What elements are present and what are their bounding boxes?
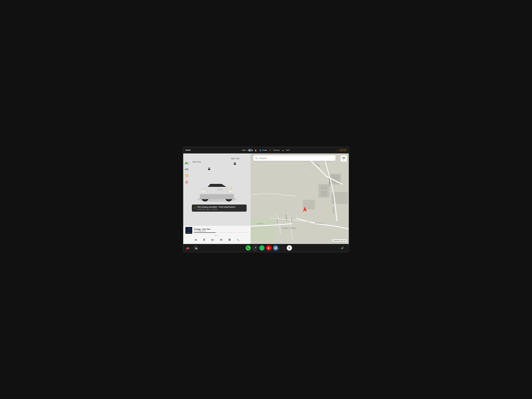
- equalizer-button[interactable]: [227, 237, 232, 242]
- sw57th-label: SW 57th St: [257, 223, 264, 224]
- temp-value: 76: [195, 247, 197, 250]
- music-player: ONE TIME 42 Dugg – One Time ⊙ 42 Dugg St…: [183, 226, 251, 244]
- svg-text:!: !: [187, 175, 187, 176]
- music-progress-fill: [194, 232, 216, 233]
- search-input[interactable]: [259, 157, 334, 159]
- airbag-text: PASSENGERAIRBAG OFF: [339, 149, 347, 152]
- svg-rect-46: [251, 218, 274, 242]
- svg-point-24: [202, 191, 205, 192]
- car-icon: 🚗: [186, 246, 190, 250]
- spotify-icon: ♪: [261, 247, 263, 249]
- temp-right-arrow[interactable]: ›: [199, 247, 200, 249]
- skip-back-button[interactable]: ⏮: [193, 237, 198, 242]
- status-bar: PRND 59% ❄ 🔒 👤 Profile ⬇ 8:24 am ☁ 41°F …: [183, 147, 349, 153]
- phone-icon: 📞: [247, 247, 250, 249]
- s-app[interactable]: S: [287, 245, 292, 251]
- pause-button[interactable]: ⏸: [202, 237, 207, 242]
- search-music-button[interactable]: 🔍: [236, 237, 241, 242]
- side-icons: !: [184, 161, 189, 184]
- open-frunk-label[interactable]: Open Frunk: [192, 161, 201, 163]
- more-button[interactable]: ···: [280, 245, 285, 251]
- dots-indicator: [185, 235, 248, 236]
- snowflake-icon: ❄: [246, 149, 248, 151]
- clock: 8:24 am: [273, 149, 280, 151]
- bluetooth-icon: 📶: [274, 247, 277, 249]
- svg-point-29: [187, 228, 190, 231]
- taskbar-right-controls: ‹ 🔊 ›: [339, 247, 346, 249]
- tesla-screen: PRND 59% ❄ 🔒 👤 Profile ⬇ 8:24 am ☁ 41°F …: [183, 147, 349, 252]
- svg-rect-12: [208, 169, 210, 170]
- right-chevron-icon[interactable]: ›: [345, 247, 346, 249]
- dot-1: [215, 235, 216, 236]
- svg-text:⚡: ⚡: [230, 187, 233, 190]
- svg-rect-3: [185, 164, 186, 164]
- skip-forward-button[interactable]: ⏭: [210, 237, 215, 242]
- open-trunk-label[interactable]: Open Trunk: [231, 157, 239, 160]
- youtube-app[interactable]: ▶: [266, 245, 271, 251]
- battery-percent: 59%: [242, 149, 246, 151]
- status-center: 59% ❄ 🔒 👤 Profile ⬇ 8:24 am ☁ 41°F: [242, 149, 290, 151]
- seatbelt-icon[interactable]: [184, 180, 189, 184]
- more-icon: ···: [281, 247, 283, 249]
- svg-rect-2: [185, 162, 187, 163]
- svg-rect-41: [321, 191, 327, 196]
- lock-icon: 🔒: [254, 149, 257, 151]
- left-panel: ! Open Frunk Open Trunk: [183, 153, 251, 244]
- profile-label: Profile: [262, 149, 267, 151]
- svg-rect-4: [185, 169, 188, 169]
- gear-indicator: PRND: [185, 149, 191, 151]
- battery-fill: [249, 150, 251, 151]
- warning-text: Paid charging unavailable – Check unpaid…: [197, 206, 235, 210]
- spotify-app[interactable]: ♪: [259, 245, 265, 251]
- airbag-icon: ⚠: [337, 149, 338, 151]
- charging-warning: ⚠ Paid charging unavailable – Check unpa…: [192, 204, 247, 212]
- music-controls: ⏮ ⏸ ⏭ ⊕ 🔍: [185, 237, 248, 243]
- speed-icon[interactable]: [184, 167, 189, 172]
- svg-point-10: [186, 181, 187, 182]
- volume-icon[interactable]: 🔊: [341, 247, 344, 249]
- music-progress-bar[interactable]: [194, 232, 248, 233]
- tire-icon[interactable]: !: [184, 173, 189, 178]
- warning-icon: ⚠: [194, 206, 196, 209]
- add-button[interactable]: ⊕: [219, 237, 223, 242]
- bluetooth-app[interactable]: 📶: [273, 245, 278, 251]
- music-station: ⊙ 42 Dugg Station: [194, 230, 248, 232]
- temperature: 41°F: [286, 149, 290, 151]
- energy-icon[interactable]: [184, 161, 189, 166]
- left-chevron-icon[interactable]: ‹: [339, 247, 339, 249]
- search-bar[interactable]: 🔍: [253, 155, 336, 161]
- temp-left-arrow[interactable]: ‹: [192, 247, 193, 249]
- taskbar-car[interactable]: 🚗: [186, 246, 190, 250]
- music-info-row: ONE TIME 42 Dugg – One Time ⊙ 42 Dugg St…: [185, 227, 248, 234]
- car-svg: ⚡: [195, 175, 239, 207]
- music-info: 42 Dugg – One Time ⊙ 42 Dugg Station: [194, 228, 248, 233]
- battery-icon: [248, 149, 252, 151]
- sw44th2-label: SW 44th St: [333, 207, 334, 214]
- compass[interactable]: NW ▲: [341, 155, 347, 162]
- youtube-icon: ▶: [268, 247, 270, 249]
- svg-rect-27: [220, 190, 223, 190]
- svg-rect-20: [200, 194, 234, 199]
- airbag-warning: ⚠ PASSENGERAIRBAG OFF: [337, 149, 347, 152]
- map-svg: SW 44th St S Rockwell Ave Newcastle Rd S…: [251, 153, 349, 244]
- map-background: SW 44th St S Rockwell Ave Newcastle Rd S…: [251, 153, 349, 244]
- taskbar: 🚗 ‹ Manual 76 › 📞 🎤 ♪ ▶: [183, 244, 349, 252]
- profile-button[interactable]: 👤 Profile: [259, 149, 267, 151]
- search-icon: 🔍: [255, 157, 258, 159]
- dot-3: [218, 235, 219, 236]
- map-panel[interactable]: SW 44th St S Rockwell Ave Newcastle Rd S…: [251, 153, 349, 244]
- svg-point-25: [229, 191, 232, 192]
- station-icon: ⊙: [194, 230, 195, 232]
- compass-arrow-icon: ▲: [343, 159, 344, 160]
- frunk-lock-icon: [208, 167, 211, 171]
- download-arrow-icon: ⬇: [269, 149, 271, 151]
- mic-icon: 🎤: [254, 247, 256, 249]
- newcastle-label: Newcastle Rd: [315, 222, 323, 224]
- profile-icon: 👤: [259, 149, 261, 151]
- temp-label: Manual: [194, 246, 198, 247]
- phone-app[interactable]: 📞: [246, 245, 251, 251]
- trunk-lock-icon: [233, 162, 236, 165]
- svg-rect-6: [185, 169, 187, 170]
- svg-rect-40: [321, 186, 327, 190]
- mic-app[interactable]: 🎤: [252, 245, 258, 251]
